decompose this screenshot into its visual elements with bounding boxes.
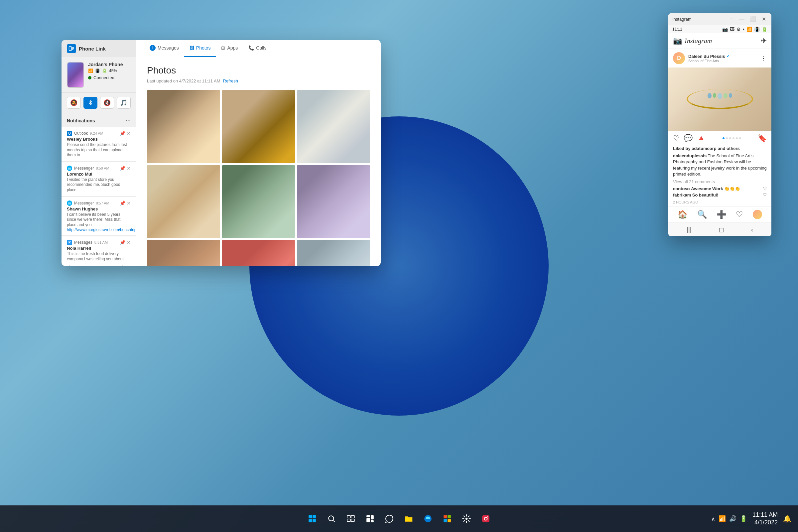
ig-share-button[interactable]: 🔺 [697, 134, 706, 142]
do-not-disturb-button[interactable]: 🔕 [67, 97, 81, 109]
taskbar-chevron-icon[interactable]: ∧ [711, 516, 715, 522]
taskbar-settings-button[interactable] [458, 510, 475, 527]
ig-back-gesture[interactable]: ||| [686, 226, 691, 233]
notif-actions-row: 📌 ✕ [120, 166, 131, 171]
ig-battery-icon: 🔋 [762, 26, 767, 32]
notif-actions-row: 📌 ✕ [120, 240, 131, 245]
ig-view-comments-link[interactable]: View all 21 comments [668, 179, 772, 186]
svg-rect-1 [308, 515, 312, 518]
photo-cell[interactable] [222, 90, 295, 163]
notif-pin-button[interactable]: 📌 [120, 240, 125, 245]
ig-search-button[interactable]: 🔍 [697, 210, 707, 219]
notification-item: m Messenger 8:57 AM 📌 ✕ Shawn Hughes I c… [61, 197, 136, 236]
ig-add-button[interactable]: ➕ [717, 210, 726, 219]
ig-comment-heart[interactable]: ♡ [763, 186, 767, 191]
notif-app-name: Messenger [74, 166, 94, 171]
mute-button[interactable]: 🔇 [100, 97, 114, 109]
tab-messages[interactable]: 1 Messages [144, 40, 184, 57]
taskbar-network-icon[interactable]: 📶 [719, 515, 726, 522]
taskbar-search-button[interactable] [323, 510, 340, 527]
photo-cell[interactable] [147, 165, 220, 239]
outlook-icon: O [67, 131, 72, 136]
instagram-window: Instagram ··· — ⬜ ✕ 11:11 📷 🖼 ⚙ • 📶 📳 🔋 … [668, 13, 772, 236]
svg-rect-8 [347, 519, 350, 522]
ig-caption: daleenduplessis The School of Fine Art's… [668, 153, 772, 179]
ig-comment-heart[interactable]: ♡ [763, 192, 767, 197]
taskbar-start-button[interactable] [304, 510, 321, 527]
device-details: Jordan's Phone 📶 📳 🔋 45% Connected [88, 62, 131, 80]
notif-pin-button[interactable]: 📌 [120, 166, 125, 171]
taskbar-chat-button[interactable] [381, 510, 398, 527]
taskbar-battery-icon[interactable]: 🔋 [740, 515, 747, 522]
bluetooth-button[interactable] [83, 97, 97, 109]
notif-link[interactable]: http://www.margiestravel.com/beachtrip20… [67, 227, 131, 232]
refresh-button[interactable]: Refresh [223, 78, 238, 83]
music-button[interactable]: 🎵 [117, 97, 131, 109]
ig-post-header: D Daleen du Plessis ✓ School of Fine Art… [668, 49, 772, 68]
ig-home-gesture[interactable]: ◻ [719, 225, 724, 233]
ig-dot [739, 137, 741, 139]
taskbar-edge-button[interactable] [420, 510, 436, 527]
signal-icon: 📳 [95, 69, 100, 73]
ig-recent-gesture[interactable]: ‹ [751, 226, 754, 233]
notif-actions-row: 📌 ✕ [120, 131, 131, 136]
ig-status-icon-3: ⚙ [737, 26, 741, 32]
notif-close-button[interactable]: ✕ [127, 240, 131, 245]
taskbar-taskview-button[interactable] [342, 510, 359, 527]
ig-status-icon-1: 📷 [722, 26, 728, 32]
taskbar-clock[interactable]: 11:11 AM 4/1/2022 [753, 511, 778, 527]
svg-rect-0 [69, 46, 72, 51]
photo-cell[interactable] [297, 90, 370, 163]
photo-cell[interactable] [222, 240, 295, 266]
ig-more-button[interactable]: ··· [728, 16, 735, 22]
ig-like-button[interactable]: ♡ [673, 134, 680, 142]
photo-cell[interactable] [297, 165, 370, 239]
svg-rect-4 [312, 519, 316, 522]
ig-heart-button[interactable]: ♡ [736, 210, 743, 219]
ig-comment-button[interactable]: 💬 [684, 134, 692, 142]
notif-app-row: ✉ Messages 8:51 AM [67, 240, 108, 245]
ig-direct-button[interactable]: ✈ [761, 37, 767, 45]
ig-maximize-button[interactable]: ⬜ [748, 16, 758, 22]
ig-close-button[interactable]: ✕ [760, 16, 767, 22]
notif-pin-button[interactable]: 📌 [120, 131, 125, 136]
tab-apps[interactable]: ⊞ Apps [216, 40, 243, 57]
ig-user-avatar: D [673, 52, 685, 64]
ig-app-header: 📷 Instagram ✈ [668, 33, 772, 49]
message-input[interactable] [67, 265, 125, 266]
notification-item: O Outlook 9:24 AM 📌 ✕ Wesley Brooks Plea… [61, 127, 136, 162]
taskbar-notification-icon[interactable]: 🔔 [783, 515, 791, 523]
taskbar-store-button[interactable] [439, 510, 456, 527]
notifications-menu-button[interactable]: ··· [126, 117, 131, 124]
notif-pin-button[interactable]: 📌 [120, 201, 125, 206]
taskbar-instagram-button[interactable] [477, 510, 494, 527]
photo-cell[interactable] [297, 240, 370, 266]
photo-cell[interactable] [222, 165, 295, 239]
ig-minimize-button[interactable]: — [738, 16, 746, 22]
tab-photos[interactable]: 🖼 Photos [184, 40, 216, 57]
taskbar-date-text: 4/1/2022 [753, 519, 778, 526]
taskbar-volume-icon[interactable]: 🔊 [729, 515, 737, 522]
ig-post-image[interactable] [668, 68, 772, 131]
notif-close-button[interactable]: ✕ [127, 166, 131, 171]
notification-item: m Messenger 8:59 AM 📌 ✕ Lorenzo Mui I vi… [61, 162, 136, 196]
notif-close-button[interactable]: ✕ [127, 201, 131, 206]
notif-input-row: ➤ [67, 265, 131, 266]
taskbar-widgets-button[interactable] [362, 510, 378, 527]
photo-cell[interactable] [147, 240, 220, 266]
ig-profile-button[interactable] [753, 210, 762, 219]
taskbar-explorer-button[interactable] [400, 510, 417, 527]
ig-home-button[interactable]: 🏠 [678, 210, 688, 219]
svg-rect-9 [351, 519, 355, 522]
notif-top-row: O Outlook 9:24 AM 📌 ✕ [67, 131, 131, 136]
notif-top-row: ✉ Messages 8:51 AM 📌 ✕ [67, 240, 131, 245]
notif-close-button[interactable]: ✕ [127, 131, 131, 136]
ig-bookmark-button[interactable]: 🔖 [758, 134, 767, 142]
svg-point-18 [466, 518, 468, 520]
ig-likes-text: Liked by adatumcorp and others [668, 146, 772, 153]
messenger-icon: m [67, 166, 72, 171]
notif-message: Please send the pictures from last month… [67, 142, 131, 158]
photo-cell[interactable] [147, 90, 220, 163]
ig-post-more-button[interactable]: ⋮ [760, 54, 767, 62]
tab-calls[interactable]: 📞 Calls [243, 40, 272, 57]
